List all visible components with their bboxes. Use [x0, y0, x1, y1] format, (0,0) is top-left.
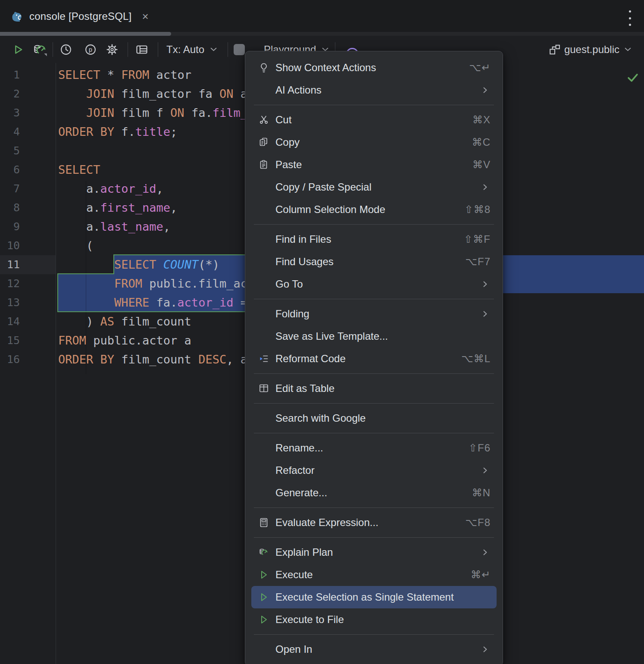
- menu-item-label: Rename...: [275, 442, 323, 454]
- gutter-divider: [56, 63, 56, 664]
- menu-item-find-in-files[interactable]: Find in Files⇧⌘F: [251, 228, 497, 251]
- menu-item-shortcut: ⇧F6: [469, 442, 491, 454]
- more-options-kebab-icon[interactable]: [628, 10, 632, 26]
- menu-separator: [254, 224, 494, 225]
- parameters-button[interactable]: p: [82, 36, 99, 63]
- menu-item-execute-to-file[interactable]: Execute to File: [251, 608, 497, 631]
- menu-item-explain-plan[interactable]: Explain Plan: [251, 541, 497, 564]
- code-line-7: a.actor_id,: [58, 179, 163, 198]
- code-line-1: SELECT * FROM actor: [58, 66, 191, 85]
- submenu-chevron-icon: [480, 85, 490, 95]
- code-line-14: ) AS film_count: [58, 312, 191, 331]
- menu-item-execute-selection-as-single-statement[interactable]: Execute Selection as Single Statement: [251, 586, 497, 608]
- menu-item-open-in[interactable]: Open In: [251, 638, 497, 661]
- tab-bar: console [PostgreSQL] ×: [0, 0, 644, 32]
- menu-item-go-to[interactable]: Go To: [251, 273, 497, 295]
- menu-item-shortcut: ⌥F8: [465, 517, 491, 529]
- toolbar-separator: [228, 42, 228, 57]
- menu-item-label: Save as Live Template...: [275, 330, 388, 342]
- line-number: 11: [0, 255, 20, 274]
- line-number: 15: [0, 331, 20, 350]
- tab-console-postgresql[interactable]: console [PostgreSQL] ×: [6, 4, 153, 28]
- code-line-16: ORDER BY film_count DESC, a.: [58, 350, 254, 369]
- menu-item-find-usages[interactable]: Find Usages⌥F7: [251, 251, 497, 273]
- submenu-chevron-icon: [480, 645, 490, 654]
- code-line-11: SELECT COUNT(*): [58, 255, 219, 274]
- history-button[interactable]: [57, 36, 75, 63]
- line-number: 6: [0, 160, 20, 179]
- menu-item-label: Paste: [275, 159, 302, 171]
- menu-item-copy-paste-special[interactable]: Copy / Paste Special: [251, 176, 497, 198]
- menu-item-shortcut: ⇧⌘8: [465, 204, 491, 216]
- menu-item-ai-actions[interactable]: AI Actions: [251, 79, 497, 101]
- menu-item-paste[interactable]: Paste⌘V: [251, 153, 497, 176]
- in-editor-results-toggle[interactable]: [133, 36, 151, 63]
- menu-item-label: Open In: [275, 643, 312, 655]
- menu-item-column-selection-mode[interactable]: Column Selection Mode⇧⌘8: [251, 198, 497, 221]
- menu-item-rename[interactable]: Rename...⇧F6: [251, 437, 497, 459]
- menu-item-label: Execute Selection as Single Statement: [275, 591, 454, 603]
- menu-item-save-as-live-template[interactable]: Save as Live Template...: [251, 325, 497, 348]
- lightbulb-icon: [258, 62, 269, 73]
- schema-switcher[interactable]: guest.public: [549, 36, 631, 63]
- calculator-icon: [258, 517, 269, 528]
- menu-item-shortcut: ⌘↵: [471, 569, 491, 581]
- settings-gear-icon[interactable]: [103, 36, 121, 63]
- menu-separator: [254, 105, 494, 105]
- menu-item-label: AI Actions: [275, 84, 322, 96]
- submenu-chevron-icon: [480, 548, 490, 557]
- menu-item-shortcut: ⌘C: [472, 136, 491, 148]
- menu-item-evaluate-expression[interactable]: Evaluate Expression...⌥F8: [251, 511, 497, 534]
- code-line-10: (: [58, 236, 93, 255]
- menu-item-edit-as-table[interactable]: Edit as Table: [251, 377, 497, 400]
- menu-item-shortcut: ⇧⌘F: [464, 233, 491, 245]
- menu-item-reformat-code[interactable]: Reformat Code⌥⌘L: [251, 348, 497, 370]
- menu-item-label: Find in Files: [275, 233, 331, 245]
- schema-icon: [549, 44, 561, 56]
- tab-close-icon[interactable]: ×: [142, 11, 148, 22]
- toolbar-separator: [128, 42, 128, 57]
- code-line-6: SELECT: [58, 160, 100, 179]
- submenu-chevron-icon: [480, 279, 490, 289]
- postgresql-icon: [10, 10, 23, 23]
- menu-item-label: Column Selection Mode: [275, 204, 385, 216]
- menu-item-label: Evaluate Expression...: [275, 517, 378, 529]
- menu-item-show-context-actions[interactable]: Show Context Actions⌥↵: [251, 56, 497, 79]
- line-number: 1: [0, 66, 20, 85]
- tab-scrollbar-thumb[interactable]: [0, 32, 171, 36]
- line-number: 16: [0, 350, 20, 369]
- menu-separator: [254, 373, 494, 374]
- menu-item-generate[interactable]: Generate...⌘N: [251, 482, 497, 504]
- code-line-13: WHERE fa.actor_id =: [58, 293, 254, 312]
- menu-separator: [254, 403, 494, 404]
- code-line-15: FROM public.actor a: [58, 331, 191, 350]
- menu-item-label: Folding: [275, 308, 309, 320]
- scissors-icon: [258, 114, 269, 125]
- menu-separator: [254, 433, 494, 433]
- menu-separator: [254, 634, 494, 635]
- line-number: 9: [0, 217, 20, 236]
- line-number: 5: [0, 141, 20, 160]
- stop-button[interactable]: [233, 36, 246, 63]
- run-button[interactable]: [10, 36, 26, 63]
- explain-plan-button[interactable]: [30, 36, 49, 63]
- line-number: 2: [0, 85, 20, 103]
- menu-item-cut[interactable]: Cut⌘X: [251, 109, 497, 131]
- menu-item-copy[interactable]: Copy⌘C: [251, 131, 497, 153]
- menu-item-folding[interactable]: Folding: [251, 303, 497, 325]
- run-icon: [258, 592, 269, 603]
- menu-item-refactor[interactable]: Refactor: [251, 459, 497, 482]
- code-line-8: a.first_name,: [58, 198, 177, 217]
- code-line-12: FROM public.film_act: [58, 274, 254, 293]
- run-icon: [258, 569, 269, 580]
- menu-item-label: Go To: [275, 278, 303, 290]
- code-line-9: a.last_name,: [58, 217, 170, 236]
- inspection-ok-check-icon: [625, 70, 640, 85]
- run-icon: [258, 614, 269, 625]
- svg-text:p: p: [89, 46, 92, 53]
- tab-title: console [PostgreSQL]: [29, 10, 131, 22]
- menu-item-search-with-google[interactable]: Search with Google: [251, 407, 497, 429]
- tx-mode-selector[interactable]: Tx: Auto: [166, 36, 217, 63]
- line-number: 7: [0, 179, 20, 198]
- menu-item-execute[interactable]: Execute⌘↵: [251, 564, 497, 586]
